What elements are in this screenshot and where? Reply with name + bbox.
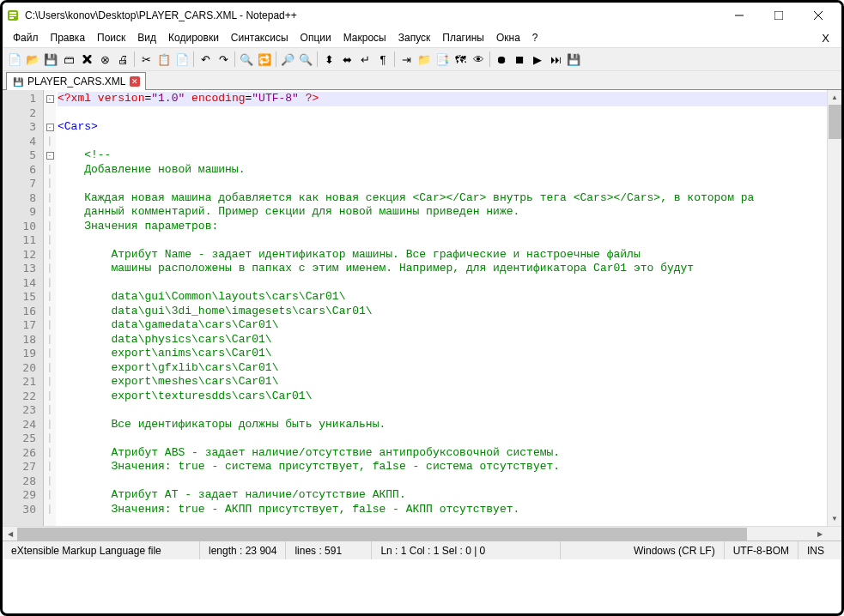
toolbar-separator: [317, 51, 318, 67]
toolbar-separator: [276, 51, 276, 67]
closeall-icon[interactable]: ⊗: [96, 51, 113, 68]
tab-bar: 💾 PLAYER_CARS.XML ✕: [3, 71, 841, 90]
code-area[interactable]: <?xml version="1.0" encoding="UTF-8" ?> …: [56, 90, 841, 526]
file-saved-icon: 💾: [12, 75, 24, 88]
minimize-button[interactable]: [720, 3, 759, 27]
stop-icon[interactable]: ⏹: [511, 51, 528, 68]
menu-plugins[interactable]: Плагины: [437, 30, 489, 45]
vscroll-thumb[interactable]: [829, 105, 841, 139]
menu-encoding[interactable]: Кодировки: [163, 30, 224, 45]
window-controls: [720, 3, 838, 27]
cut-icon[interactable]: ✂: [137, 51, 155, 68]
window-title: C:\Users\konov\Desktop\PLAYER_CARS.XML -…: [25, 9, 720, 21]
menu-search[interactable]: Поиск: [92, 30, 131, 45]
toolbar: 📄 📂 💾 🗃 🗙 ⊗ 🖨 ✂ 📋 📄 ↶ ↷ 🔍 🔁 🔎 🔍 ⬍ ⬌ ↵ ¶ …: [3, 47, 841, 71]
hscroll-track[interactable]: [17, 527, 812, 541]
sync-h-icon[interactable]: ⬌: [338, 51, 355, 68]
status-filetype: eXtensible Markup Language file: [3, 541, 200, 559]
play-icon[interactable]: ▶: [529, 51, 546, 68]
menu-settings[interactable]: Опции: [295, 30, 337, 45]
wordwrap-icon[interactable]: ↵: [356, 51, 373, 68]
toolbar-separator: [134, 51, 135, 67]
app-icon: [6, 9, 20, 22]
scroll-up-icon[interactable]: ▲: [828, 90, 841, 105]
open-icon[interactable]: 📂: [24, 51, 41, 68]
scroll-down-icon[interactable]: ▼: [828, 511, 841, 526]
close-button[interactable]: [798, 3, 838, 27]
save-icon[interactable]: 💾: [42, 51, 59, 68]
copy-icon[interactable]: 📋: [155, 51, 173, 68]
horizontal-scrollbar[interactable]: ◀ ▶: [3, 526, 841, 541]
toolbar-separator: [234, 51, 235, 67]
print-icon[interactable]: 🖨: [114, 51, 131, 68]
find-icon[interactable]: 🔍: [238, 51, 255, 68]
menu-language[interactable]: Синтаксисы: [226, 30, 294, 45]
paste-icon[interactable]: 📄: [173, 51, 191, 68]
allchars-icon[interactable]: ¶: [374, 51, 392, 68]
folder-icon[interactable]: 📁: [416, 51, 433, 68]
playmulti-icon[interactable]: ⏭: [547, 51, 564, 68]
close-file-icon[interactable]: 🗙: [78, 51, 95, 68]
hscroll-thumb[interactable]: [17, 528, 747, 541]
status-mode: INS: [798, 541, 841, 559]
svg-rect-2: [9, 15, 16, 16]
replace-icon[interactable]: 🔁: [256, 51, 273, 68]
docmap-icon[interactable]: 🗺: [452, 51, 469, 68]
status-eol: Windows (CR LF): [625, 541, 725, 559]
status-lines: lines : 591: [286, 541, 372, 559]
menu-macro[interactable]: Макросы: [338, 30, 392, 45]
menu-edit[interactable]: Правка: [46, 30, 91, 45]
menu-file[interactable]: Файл: [8, 30, 44, 45]
status-spacer: [561, 541, 625, 559]
menubar: Файл Правка Поиск Вид Кодировки Синтакси…: [3, 28, 841, 47]
indent-icon[interactable]: ⇥: [398, 51, 415, 68]
fold-toggle-icon[interactable]: -: [46, 95, 54, 103]
zoomout-icon[interactable]: 🔍: [297, 51, 314, 68]
sync-v-icon[interactable]: ⬍: [320, 51, 337, 68]
record-icon[interactable]: ⏺: [493, 51, 510, 68]
menu-run[interactable]: Запуск: [393, 30, 436, 45]
status-length: length : 23 904: [200, 541, 286, 559]
tab-close-icon[interactable]: ✕: [130, 76, 140, 87]
fold-column: - -│-│││││││││││││││││││││││││: [44, 90, 56, 526]
toolbar-separator: [489, 51, 490, 67]
menu-view[interactable]: Вид: [132, 30, 161, 45]
fold-toggle-icon[interactable]: -: [46, 124, 54, 131]
toolbar-separator: [193, 51, 194, 67]
menu-help[interactable]: ?: [527, 30, 543, 45]
savemacro-icon[interactable]: 💾: [565, 51, 582, 68]
fold-toggle-icon[interactable]: -: [46, 152, 54, 160]
svg-rect-5: [774, 11, 783, 20]
maximize-button[interactable]: [759, 3, 798, 27]
redo-icon[interactable]: ↷: [215, 51, 232, 68]
statusbar: eXtensible Markup Language file length :…: [3, 541, 841, 559]
monitor-icon[interactable]: 👁: [470, 51, 487, 68]
scroll-corner: [827, 527, 841, 541]
status-position: Ln : 1 Col : 1 Sel : 0 | 0: [372, 541, 561, 559]
mdi-close-button[interactable]: X: [815, 30, 836, 46]
toolbar-separator: [394, 51, 395, 67]
funclist-icon[interactable]: 📑: [434, 51, 451, 68]
tab-label: PLAYER_CARS.XML: [27, 75, 126, 88]
vertical-scrollbar[interactable]: ▲ ▼: [827, 90, 841, 526]
zoomin-icon[interactable]: 🔎: [279, 51, 296, 68]
line-number-gutter: 1234567891011121314151617181920212223242…: [3, 90, 44, 526]
saveall-icon[interactable]: 🗃: [60, 51, 77, 68]
status-encoding: UTF-8-BOM: [725, 541, 798, 559]
titlebar: C:\Users\konov\Desktop\PLAYER_CARS.XML -…: [3, 3, 841, 28]
editor: 1234567891011121314151617181920212223242…: [3, 90, 841, 526]
new-icon[interactable]: 📄: [6, 51, 23, 68]
scroll-left-icon[interactable]: ◀: [3, 527, 17, 541]
tab-player-cars[interactable]: 💾 PLAYER_CARS.XML ✕: [6, 72, 146, 90]
undo-icon[interactable]: ↶: [197, 51, 214, 68]
svg-rect-1: [9, 12, 16, 14]
scroll-right-icon[interactable]: ▶: [812, 527, 827, 541]
svg-rect-3: [9, 17, 14, 19]
menu-window[interactable]: Окна: [491, 30, 525, 45]
